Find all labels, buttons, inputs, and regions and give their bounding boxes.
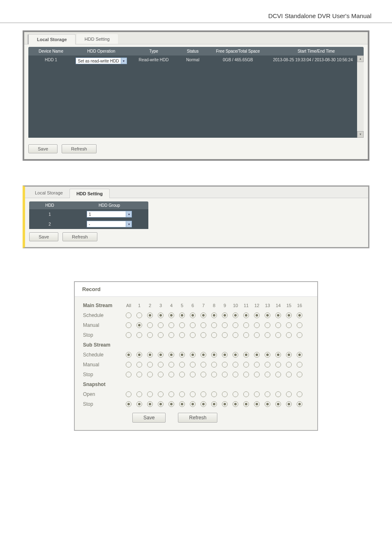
channel-radio[interactable] [265, 391, 270, 397]
channel-radio[interactable] [147, 352, 153, 358]
channel-radio[interactable] [243, 352, 249, 358]
channel-radio[interactable] [136, 391, 142, 397]
channel-radio[interactable] [147, 401, 153, 407]
channel-radio[interactable] [233, 401, 238, 407]
channel-radio[interactable] [222, 322, 228, 328]
channel-radio[interactable] [243, 372, 249, 377]
channel-radio[interactable] [233, 362, 238, 368]
channel-radio[interactable] [126, 391, 131, 397]
channel-radio[interactable] [275, 352, 281, 358]
channel-radio[interactable] [222, 362, 228, 368]
refresh-button[interactable]: Refresh [178, 413, 217, 423]
channel-radio[interactable] [190, 312, 196, 318]
channel-radio[interactable] [233, 322, 238, 328]
scroll-up-icon[interactable]: ▴ [357, 56, 364, 62]
channel-radio[interactable] [211, 362, 217, 368]
channel-radio[interactable] [222, 401, 228, 407]
channel-radio[interactable] [136, 401, 142, 407]
channel-radio[interactable] [222, 391, 228, 397]
channel-radio[interactable] [179, 391, 185, 397]
channel-radio[interactable] [168, 312, 174, 318]
channel-radio[interactable] [265, 362, 270, 368]
channel-radio[interactable] [275, 391, 281, 397]
channel-radio[interactable] [233, 332, 238, 338]
channel-radio[interactable] [136, 322, 142, 328]
save-button[interactable]: Save [29, 232, 58, 241]
channel-radio[interactable] [222, 332, 228, 338]
tab-hdd-setting[interactable]: HDD Setting [76, 34, 118, 44]
channel-radio[interactable] [136, 352, 142, 358]
channel-radio[interactable] [179, 352, 185, 358]
channel-radio[interactable] [297, 322, 302, 328]
channel-radio[interactable] [286, 401, 292, 407]
channel-radio[interactable] [147, 312, 153, 318]
channel-radio[interactable] [297, 391, 302, 397]
channel-radio[interactable] [254, 362, 260, 368]
channel-radio[interactable] [190, 352, 196, 358]
hdd-group-select[interactable]: - ▾ [87, 221, 132, 227]
channel-radio[interactable] [158, 322, 164, 328]
channel-radio[interactable] [254, 312, 260, 318]
channel-radio[interactable] [179, 372, 185, 377]
channel-radio[interactable] [168, 322, 174, 328]
channel-radio[interactable] [254, 372, 260, 377]
channel-radio[interactable] [286, 391, 292, 397]
channel-radio[interactable] [297, 332, 302, 338]
channel-radio[interactable] [211, 401, 217, 407]
channel-radio[interactable] [158, 312, 164, 318]
channel-radio[interactable] [275, 362, 281, 368]
channel-radio[interactable] [243, 401, 249, 407]
hdd-operation-select[interactable]: Set as read-write HDD ▾ [76, 58, 127, 64]
channel-radio[interactable] [168, 362, 174, 368]
channel-radio[interactable] [136, 372, 142, 377]
channel-radio[interactable] [168, 401, 174, 407]
channel-radio[interactable] [233, 312, 238, 318]
channel-radio[interactable] [190, 372, 196, 377]
channel-radio[interactable] [201, 322, 206, 328]
channel-radio[interactable] [254, 401, 260, 407]
channel-radio[interactable] [158, 372, 164, 377]
channel-radio[interactable] [201, 372, 206, 377]
channel-radio[interactable] [158, 391, 164, 397]
channel-radio[interactable] [222, 312, 228, 318]
channel-radio[interactable] [126, 362, 131, 368]
channel-radio[interactable] [201, 332, 206, 338]
channel-radio[interactable] [126, 312, 131, 318]
channel-radio[interactable] [222, 352, 228, 358]
channel-radio[interactable] [265, 332, 270, 338]
channel-radio[interactable] [243, 362, 249, 368]
channel-radio[interactable] [265, 401, 270, 407]
channel-radio[interactable] [233, 372, 238, 377]
channel-radio[interactable] [179, 322, 185, 328]
channel-radio[interactable] [190, 362, 196, 368]
channel-radio[interactable] [297, 362, 302, 368]
channel-radio[interactable] [201, 312, 206, 318]
channel-radio[interactable] [222, 372, 228, 377]
channel-radio[interactable] [265, 312, 270, 318]
channel-radio[interactable] [243, 391, 249, 397]
channel-radio[interactable] [286, 322, 292, 328]
channel-radio[interactable] [275, 312, 281, 318]
channel-radio[interactable] [286, 352, 292, 358]
channel-radio[interactable] [297, 372, 302, 377]
channel-radio[interactable] [126, 322, 131, 328]
tab-hdd-setting[interactable]: HDD Setting [69, 189, 110, 198]
save-button[interactable]: Save [28, 144, 58, 153]
channel-radio[interactable] [243, 312, 249, 318]
channel-radio[interactable] [168, 372, 174, 377]
channel-radio[interactable] [126, 401, 131, 407]
save-button[interactable]: Save [132, 413, 166, 423]
channel-radio[interactable] [168, 352, 174, 358]
channel-radio[interactable] [265, 352, 270, 358]
channel-radio[interactable] [211, 391, 217, 397]
channel-radio[interactable] [126, 332, 131, 338]
channel-radio[interactable] [275, 401, 281, 407]
channel-radio[interactable] [243, 322, 249, 328]
channel-radio[interactable] [147, 372, 153, 377]
channel-radio[interactable] [136, 312, 142, 318]
channel-radio[interactable] [275, 322, 281, 328]
channel-radio[interactable] [190, 391, 196, 397]
channel-radio[interactable] [168, 332, 174, 338]
channel-radio[interactable] [201, 391, 206, 397]
channel-radio[interactable] [211, 332, 217, 338]
